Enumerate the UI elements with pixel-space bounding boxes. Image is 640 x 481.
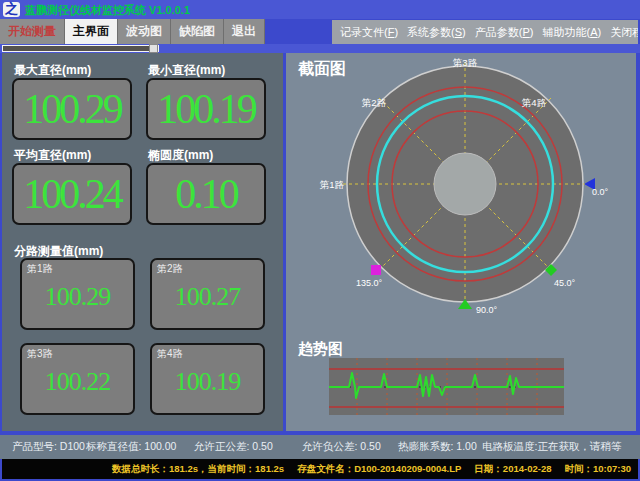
status-filename: 存盘文件名：D100-20140209-0004.LP xyxy=(297,463,461,476)
product-model-value: D100 xyxy=(60,440,85,452)
slider-row xyxy=(0,44,640,53)
nominal-diameter-label: 标称直径值: xyxy=(86,440,141,452)
progress-track[interactable] xyxy=(2,45,159,52)
path4-label: 第4路 xyxy=(157,347,183,361)
minus-tolerance-value: 0.50 xyxy=(360,440,380,452)
thermal-coeff-value: 1.00 xyxy=(456,440,476,452)
menu-product-params[interactable]: 产品参数(P) xyxy=(475,25,534,40)
product-model-param: 产品型号: D100 xyxy=(12,440,85,454)
avg-diameter-label: 平均直径(mm) xyxy=(14,147,91,164)
center-hub-circle xyxy=(434,153,496,215)
board-temp-label: 电路板温度: xyxy=(482,440,537,452)
status-date: 日期：2014-02-28 xyxy=(474,463,551,476)
path2-axis-label: 第2路 xyxy=(362,97,387,108)
product-model-label: 产品型号: xyxy=(12,440,57,452)
max-diameter-value: 100.29 xyxy=(23,88,121,130)
ovality-label: 椭圆度(mm) xyxy=(148,147,213,164)
menu-system-params[interactable]: 系统参数(S) xyxy=(407,25,466,40)
minus-tolerance-param: 允许负公差: 0.50 xyxy=(302,440,381,454)
max-diameter-label: 最大直径(mm) xyxy=(14,62,91,79)
status-time: 时间：10:07:30 xyxy=(564,463,631,476)
path2-display: 第2路 100.27 xyxy=(150,258,265,330)
nominal-diameter-value: 100.00 xyxy=(144,440,176,452)
menu-record-file[interactable]: 记录文件(F) xyxy=(340,25,398,40)
path3-value: 100.22 xyxy=(22,369,133,395)
progress-thumb[interactable] xyxy=(149,44,158,53)
graphics-panel: 截面图 趋势图 xyxy=(286,53,636,431)
path3-display: 第3路 100.22 xyxy=(20,343,135,415)
plus-tolerance-param: 允许正公差: 0.50 xyxy=(194,440,273,454)
main-view-button[interactable]: 主界面 xyxy=(65,19,118,44)
board-temp-value: 正在获取，请稍等 xyxy=(537,440,621,452)
angle-0-label: 0.0° xyxy=(592,187,609,197)
parameter-bar: 产品型号: D100 标称直径值: 100.00 允许正公差: 0.50 允许负… xyxy=(0,435,640,459)
measurement-panel: 最大直径(mm) 最小直径(mm) 100.29 100.19 平均直径(mm)… xyxy=(2,53,283,431)
cross-section-diagram: 第3路 第2路 第4路 第1路 0.0° 45.0° 90.0° 135.0° xyxy=(320,57,609,315)
start-measure-button[interactable]: 开始测量 xyxy=(0,19,65,44)
board-temp-param: 电路板温度:正在获取，请稍等 xyxy=(482,440,621,454)
menu-aux-functions[interactable]: 辅助功能(A) xyxy=(542,25,601,40)
max-diameter-display: 100.29 xyxy=(12,78,132,140)
ovality-display: 0.10 xyxy=(146,163,266,225)
status-bar: 数据总时长：181.2s，当前时间：181.2s 存盘文件名：D100-2014… xyxy=(2,459,638,479)
app-logo-icon: 之 xyxy=(3,2,20,17)
angle-135-marker-icon xyxy=(371,265,381,275)
path2-value: 100.27 xyxy=(152,284,263,310)
angle-45-label: 45.0° xyxy=(554,278,576,288)
min-diameter-value: 100.19 xyxy=(157,88,255,130)
path4-axis-label: 第4路 xyxy=(522,97,547,108)
minus-tolerance-label: 允许负公差: xyxy=(302,440,357,452)
plus-tolerance-label: 允许正公差: xyxy=(194,440,249,452)
plus-tolerance-value: 0.50 xyxy=(252,440,272,452)
path2-label: 第2路 xyxy=(157,262,183,276)
angle-135-label: 135.0° xyxy=(356,278,383,288)
section-and-trend-graphics: 第3路 第2路 第4路 第1路 0.0° 45.0° 90.0° 135.0° xyxy=(286,53,636,431)
thermal-coeff-label: 热膨胀系数: xyxy=(398,440,453,452)
menu-bar: 记录文件(F) 系统参数(S) 产品参数(P) 辅助功能(A) 关闭程序 xyxy=(332,20,638,44)
window-title: 蓝鹏测径仪线材监控系统 V1.0.0.1 xyxy=(25,3,190,18)
toolbar-buttons: 开始测量 主界面 波动图 缺陷图 退出 xyxy=(0,19,248,44)
path1-display: 第1路 100.29 xyxy=(20,258,135,330)
path1-label: 第1路 xyxy=(27,262,53,276)
path1-axis-label: 第1路 xyxy=(320,179,345,190)
title-bar: 之 蓝鹏测径仪线材监控系统 V1.0.0.1 xyxy=(0,0,640,19)
min-diameter-display: 100.19 xyxy=(146,78,266,140)
toolbar: 开始测量 主界面 波动图 缺陷图 退出 记录文件(F) 系统参数(S) 产品参数… xyxy=(0,19,640,44)
menu-close-program[interactable]: 关闭程序 xyxy=(610,25,638,40)
path4-value: 100.19 xyxy=(152,369,263,395)
path4-display: 第4路 100.19 xyxy=(150,343,265,415)
path1-value: 100.29 xyxy=(22,284,133,310)
nominal-diameter-param: 标称直径值: 100.00 xyxy=(86,440,176,454)
thermal-coeff-param: 热膨胀系数: 1.00 xyxy=(398,440,477,454)
defect-view-button[interactable]: 缺陷图 xyxy=(171,19,224,44)
app-window: 之 蓝鹏测径仪线材监控系统 V1.0.0.1 开始测量 主界面 波动图 缺陷图 … xyxy=(0,0,640,481)
ovality-value: 0.10 xyxy=(175,173,237,215)
path3-axis-label: 第3路 xyxy=(453,57,478,68)
trend-chart xyxy=(329,358,564,415)
avg-diameter-value: 100.24 xyxy=(23,173,121,215)
angle-90-label: 90.0° xyxy=(476,305,498,315)
wave-view-button[interactable]: 波动图 xyxy=(118,19,171,44)
min-diameter-label: 最小直径(mm) xyxy=(148,62,225,79)
exit-button[interactable]: 退出 xyxy=(224,19,265,44)
avg-diameter-display: 100.24 xyxy=(12,163,132,225)
status-duration: 数据总时长：181.2s，当前时间：181.2s xyxy=(112,463,284,476)
main-area: 最大直径(mm) 最小直径(mm) 100.29 100.19 平均直径(mm)… xyxy=(0,53,640,435)
path3-label: 第3路 xyxy=(27,347,53,361)
